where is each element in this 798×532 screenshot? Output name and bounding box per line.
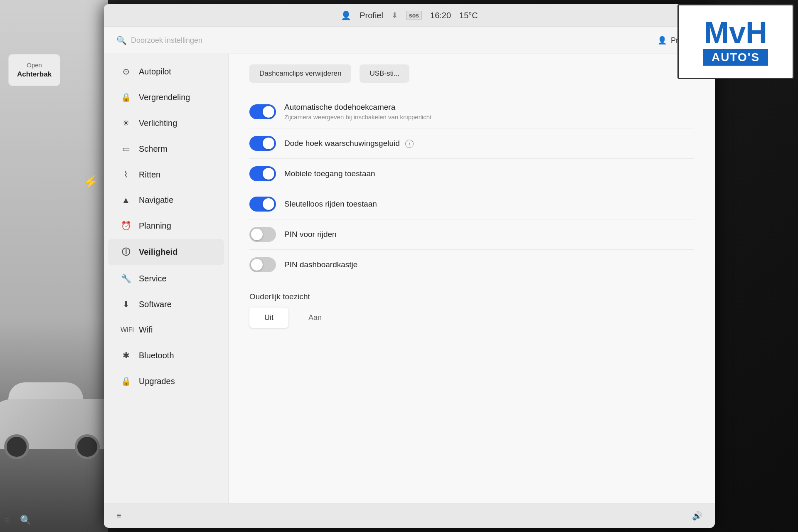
toggle-info-sleutelloos: Sleutelloos rijden toestaan <box>284 200 694 209</box>
vergrendeling-label: Vergrendeling <box>139 93 190 102</box>
autopilot-icon: ⊙ <box>121 66 131 76</box>
download-icon-top: ⬇ <box>392 11 398 20</box>
veiligheid-icon: ⓘ <box>121 246 131 258</box>
top-actions: Dashcamclips verwijderen USB-sti... <box>249 64 694 83</box>
toggle-knob-pin-rijden <box>251 229 263 240</box>
verlichting-icon: ☀ <box>121 118 131 128</box>
toggle-title-dodehoekcamera: Automatische dodehoekcamera <box>284 103 694 112</box>
autopilot-label: Autopilot <box>139 67 171 76</box>
toggle-mobiel[interactable] <box>249 166 276 181</box>
mvh-v: v <box>729 16 746 49</box>
achterbak-label: Achterbak <box>17 69 52 79</box>
sidebar-item-autopilot[interactable]: ⊙ Autopilot <box>108 59 224 84</box>
sos-label[interactable]: sos <box>406 11 422 20</box>
usb-button[interactable]: USB-sti... <box>360 64 409 83</box>
profile-label-top[interactable]: Profiel <box>360 11 383 20</box>
lightning-icon: ⚡ <box>83 175 99 189</box>
search-bottom-icon[interactable]: 🔍 <box>20 515 31 526</box>
sidebar-item-service[interactable]: 🔧 Service <box>108 266 224 291</box>
toggle-info-pin-rijden: PIN voor rijden <box>284 230 694 239</box>
parental-buttons: Uit Aan <box>249 308 694 328</box>
toggle-section: Automatische dodehoekcamera Zijcamera we… <box>249 95 694 280</box>
ritten-label: Ritten <box>139 170 160 180</box>
service-label: Service <box>139 274 167 283</box>
veiligheid-label: Veiligheid <box>139 247 177 257</box>
profile-icon: 👤 <box>658 36 667 45</box>
toggle-row-dodehoekcamera: Automatische dodehoekcamera Zijcamera we… <box>249 95 694 128</box>
sidebar-item-verlichting[interactable]: ☀ Verlichting <box>108 111 224 135</box>
sidebar-item-software[interactable]: ⬇ Software <box>108 292 224 317</box>
toggle-row-pin-rijden: PIN voor rijden <box>249 219 694 250</box>
software-label: Software <box>139 300 172 309</box>
service-icon: 🔧 <box>121 273 131 283</box>
search-bar: 🔍 Doorzoek instellingen 👤 Profiel ⬇ <box>104 27 715 54</box>
sidebar-item-wifi[interactable]: WiFi Wifi <box>108 318 224 342</box>
mvh-logo: MvH AUTO'S <box>677 4 794 79</box>
wifi-icon: WiFi <box>121 326 131 334</box>
parental-uit-button[interactable]: Uit <box>249 308 288 328</box>
toggle-knob-geluid <box>263 138 274 149</box>
sidebar-item-ritten[interactable]: ⌇ Ritten <box>108 162 224 187</box>
toggle-info-dodehoekcamera: Automatische dodehoekcamera Zijcamera we… <box>284 103 694 121</box>
mvh-m: M <box>704 16 729 49</box>
toggle-knob-dodehoekcamera <box>263 106 274 118</box>
navigatie-icon: ▲ <box>121 195 131 205</box>
top-bar-center: 👤 Profiel ⬇ sos 16:20 15°C <box>341 10 478 20</box>
parental-title: Ouderlijk toezicht <box>249 292 694 301</box>
toggle-row-mobiel: Mobiele toegang toestaan <box>249 159 694 189</box>
open-label: Open <box>17 61 52 69</box>
sidebar-item-navigatie[interactable]: ▲ Navigatie <box>108 188 224 212</box>
toggle-info-pin-dashboard: PIN dashboardkastje <box>284 260 694 269</box>
toggle-sleutelloos[interactable] <box>249 197 276 212</box>
toggle-title-mobiel: Mobiele toegang toestaan <box>284 169 694 178</box>
toggle-knob-sleutelloos <box>263 198 274 210</box>
mvh-autos-text: AUTO'S <box>703 49 768 66</box>
sidebar-item-planning[interactable]: ⏰ Planning <box>108 213 224 238</box>
time-display: 16:20 <box>430 11 451 20</box>
car-wheel-rear <box>75 434 100 459</box>
bottom-bar: ≡ 🔊 <box>104 503 715 528</box>
bottom-left-icons: ≡ 🔍 <box>4 515 31 526</box>
profile-icon-top: 👤 <box>341 10 351 20</box>
toggle-pin-rijden[interactable] <box>249 227 276 242</box>
menu-icon[interactable]: ≡ <box>4 515 10 526</box>
scherm-icon: ▭ <box>121 144 131 154</box>
sidebar-item-upgrades[interactable]: 🔒 Upgrades <box>108 369 224 394</box>
mvh-text: MvH <box>704 17 767 47</box>
sidebar-item-bluetooth[interactable]: ✱ Bluetooth <box>108 343 224 368</box>
upgrades-icon: 🔒 <box>121 376 131 386</box>
toggle-row-sleutelloos: Sleutelloos rijden toestaan <box>249 189 694 219</box>
toggle-info-geluid: Dode hoek waarschuwingsgeluid i <box>284 139 694 148</box>
bottom-icon-left: ≡ <box>116 511 121 520</box>
toggle-pin-dashboard[interactable] <box>249 257 276 272</box>
sidebar-item-veiligheid[interactable]: ⓘ Veiligheid <box>108 239 224 265</box>
vergrendeling-icon: 🔒 <box>121 92 131 102</box>
toggle-geluid[interactable] <box>249 136 276 151</box>
toggle-knob-mobiel <box>263 168 274 180</box>
settings-content: Dashcamclips verwijderen USB-sti... Auto… <box>229 54 715 503</box>
sidebar: ⊙ Autopilot 🔒 Vergrendeling ☀ Verlichtin… <box>104 54 229 503</box>
toggle-title-pin-rijden: PIN voor rijden <box>284 230 694 239</box>
toggle-title-geluid: Dode hoek waarschuwingsgeluid i <box>284 139 694 148</box>
open-achterbak-button[interactable]: Open Achterbak <box>8 54 60 86</box>
bluetooth-icon: ✱ <box>121 350 131 360</box>
main-content: ⊙ Autopilot 🔒 Vergrendeling ☀ Verlichtin… <box>104 54 715 503</box>
car-wheel-front <box>4 434 29 459</box>
speaker-icon[interactable]: 🔊 <box>692 511 702 521</box>
sidebar-item-scherm[interactable]: ▭ Scherm <box>108 136 224 161</box>
dashcam-button[interactable]: Dashcamclips verwijderen <box>249 64 351 83</box>
parental-section: Ouderlijk toezicht Uit Aan <box>249 292 694 328</box>
temperature-display: 15°C <box>459 11 478 20</box>
parental-aan-button[interactable]: Aan <box>293 308 337 328</box>
bluetooth-label: Bluetooth <box>139 351 174 360</box>
tesla-screen: 👤 Profiel ⬇ sos 16:20 15°C 🔍 Doorzoek in… <box>104 4 715 528</box>
toggle-dodehoekcamera[interactable] <box>249 104 276 119</box>
upgrades-label: Upgrades <box>139 377 175 386</box>
search-placeholder-text[interactable]: Doorzoek instellingen <box>131 36 202 45</box>
scherm-label: Scherm <box>139 144 167 154</box>
ritten-icon: ⌇ <box>121 170 131 180</box>
verlichting-label: Verlichting <box>139 118 177 128</box>
sidebar-item-vergrendeling[interactable]: 🔒 Vergrendeling <box>108 85 224 110</box>
info-icon-geluid[interactable]: i <box>405 140 414 148</box>
search-icon: 🔍 <box>116 35 127 45</box>
